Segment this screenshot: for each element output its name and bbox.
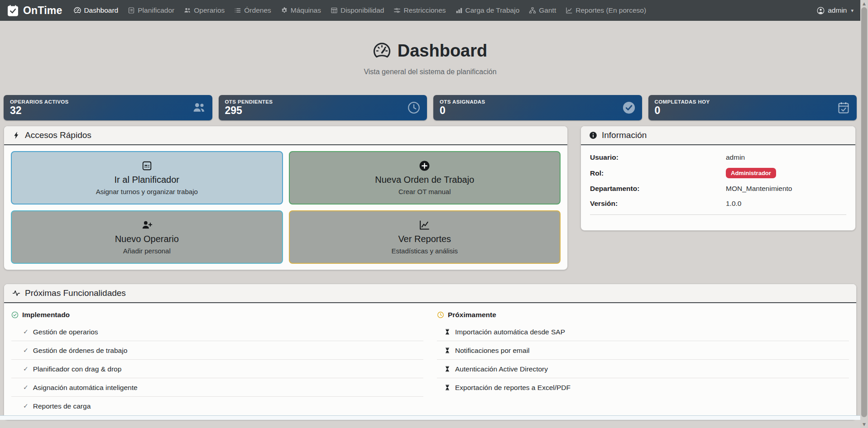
- journal-icon: [128, 7, 135, 14]
- stat-value: 32: [10, 105, 69, 116]
- info-row-label: Usuario:: [590, 153, 726, 162]
- quick-button-subtitle: Estadísticas y análisis: [391, 247, 458, 255]
- page-title-text: Dashboard: [398, 40, 487, 62]
- quick-button-new-order[interactable]: Nueva Orden de TrabajoCrear OT manual: [289, 151, 561, 204]
- info-row-label: Versión:: [590, 200, 726, 208]
- hourglass-icon: [444, 384, 451, 391]
- check-icon: ✓: [23, 364, 29, 374]
- quick-access-header: Accesos Rápidos: [4, 126, 567, 145]
- info-row: Versión:1.0.0: [590, 199, 846, 208]
- nav-item-planificador[interactable]: Planificador: [128, 6, 174, 14]
- quick-access-title: Accesos Rápidos: [25, 130, 91, 140]
- stat-card: OPERARIOS ACTIVOS32: [4, 95, 212, 120]
- implemented-column: Implementado ✓Gestión de operarios✓Gesti…: [11, 309, 423, 415]
- bar-chart-icon: [456, 7, 463, 14]
- upcoming-item: Notificaciones por email: [437, 341, 849, 360]
- nav-item-m-quinas[interactable]: Máquinas: [281, 6, 321, 14]
- nav-item-disponibilidad[interactable]: Disponibilidad: [331, 6, 384, 14]
- implemented-item-label: Asignación automática inteligente: [33, 383, 138, 392]
- info-row-label: Departamento:: [590, 185, 726, 193]
- info-row: Usuario:admin: [590, 153, 846, 162]
- brand-name: OnTime: [23, 5, 62, 17]
- table-icon: [331, 7, 338, 14]
- list-icon: [234, 7, 241, 14]
- implemented-item-label: Reportes de carga: [33, 401, 91, 411]
- caret-down-icon: ▾: [851, 8, 854, 14]
- stat-card: COMPLETADAS HOY0: [648, 95, 857, 120]
- quick-button-subtitle: Asignar turnos y organizar trabajo: [96, 188, 198, 195]
- speedometer-icon: [74, 7, 81, 14]
- implemented-item-label: Gestión de órdenes de trabajo: [33, 346, 128, 355]
- quick-button-title: Nuevo Operario: [115, 233, 179, 245]
- nav-item-label: Disponibilidad: [340, 6, 384, 14]
- upcoming-item-label: Exportación de reportes a Excel/PDF: [455, 383, 571, 392]
- nav-item-label: Restricciones: [403, 6, 446, 14]
- upcoming-title: Próximamente: [448, 309, 496, 320]
- nav-item-carga-de-trabajo[interactable]: Carga de Trabajo: [456, 6, 520, 14]
- stat-card: OTS PENDIENTES295: [219, 95, 427, 120]
- quick-button-subtitle: Crear OT manual: [398, 188, 451, 195]
- upcoming-item: Autenticación Active Directory: [437, 360, 849, 378]
- user-label: admin: [828, 6, 847, 14]
- info-circle-icon: [589, 131, 597, 139]
- nav-item-restricciones[interactable]: Restricciones: [393, 6, 446, 14]
- quick-access-card: Accesos Rápidos Ir al PlanificadorAsigna…: [4, 126, 568, 270]
- clock-icon: [407, 101, 421, 114]
- upcoming-item-label: Importación automática desde SAP: [455, 327, 565, 337]
- implemented-item: ✓Planificador con drag & drop: [11, 360, 423, 378]
- nav-item-label: Máquinas: [291, 6, 321, 14]
- implemented-item: ✓Gestión de operarios: [11, 323, 423, 341]
- upcoming-item-label: Autenticación Active Directory: [455, 364, 548, 374]
- implemented-header: Implementado: [11, 309, 423, 320]
- navbar: OnTime DashboardPlanificadorOperariosÓrd…: [0, 0, 860, 21]
- nav-item--rdenes[interactable]: Órdenes: [234, 6, 271, 14]
- quick-button-title: Nueva Orden de Trabajo: [375, 174, 474, 185]
- hourglass-icon: [444, 366, 451, 372]
- implemented-item-label: Gestión de operarios: [33, 327, 98, 337]
- hourglass-icon: [444, 328, 451, 335]
- info-card: Información Usuario:adminRol:Administrad…: [580, 126, 856, 231]
- info-divider: [590, 214, 846, 215]
- nav-items: DashboardPlanificadorOperariosÓrdenesMáq…: [74, 6, 817, 14]
- info-row: Rol:Administrador: [590, 168, 846, 178]
- nav-item-gantt[interactable]: Gantt: [529, 6, 556, 14]
- nav-item-label: Gantt: [539, 6, 556, 14]
- stat-text: OTS ASIGNADAS0: [440, 99, 485, 116]
- sliders-icon: [393, 7, 401, 14]
- nav-item-operarios[interactable]: Operarios: [184, 6, 225, 14]
- nav-item-label: Dashboard: [84, 6, 118, 14]
- speedometer-icon: [373, 42, 391, 60]
- stat-text: COMPLETADAS HOY0: [655, 99, 710, 116]
- stat-label: OTS PENDIENTES: [225, 99, 273, 105]
- journal-plan-icon: [141, 160, 153, 171]
- scrollbar-down-arrow-icon[interactable]: ▼: [860, 422, 868, 427]
- calendar-check-icon: [837, 101, 850, 114]
- upcoming-item-label: Notificaciones por email: [455, 346, 530, 355]
- user-menu[interactable]: admin ▾: [817, 6, 854, 14]
- nav-item-dashboard[interactable]: Dashboard: [74, 6, 118, 14]
- diagram-icon: [529, 7, 536, 14]
- stat-label: COMPLETADAS HOY: [655, 99, 710, 105]
- nav-item-label: Reportes (En porceso): [575, 6, 646, 14]
- upcoming-header: Próximamente: [437, 309, 849, 320]
- quick-button-planner[interactable]: Ir al PlanificadorAsignar turnos y organ…: [11, 151, 283, 204]
- quick-button-reports[interactable]: Ver ReportesEstadísticas y análisis: [289, 210, 561, 264]
- implemented-item: ✓Reportes de carga: [11, 397, 423, 415]
- scrollbar-thumb[interactable]: [861, 7, 867, 417]
- graph-up-icon: [419, 219, 430, 231]
- role-badge: Administrador: [726, 168, 776, 178]
- vertical-scrollbar[interactable]: ▲ ▼: [860, 0, 868, 428]
- brand[interactable]: OnTime: [7, 5, 62, 17]
- implemented-item-label: Planificador con drag & drop: [33, 364, 122, 374]
- stat-text: OTS PENDIENTES295: [225, 99, 273, 116]
- page-title: Dashboard: [373, 40, 487, 62]
- quick-button-subtitle: Añadir personal: [123, 247, 171, 255]
- scrollbar-up-arrow-icon[interactable]: ▲: [860, 1, 868, 6]
- graph-icon: [566, 7, 573, 14]
- info-row-label: Rol:: [590, 169, 726, 177]
- nav-item-reportes-en-porceso-[interactable]: Reportes (En porceso): [566, 6, 646, 14]
- check-icon: ✓: [23, 383, 29, 392]
- stats-row: OPERARIOS ACTIVOS32OTS PENDIENTES295OTS …: [0, 95, 860, 120]
- quick-button-new-worker[interactable]: Nuevo OperarioAñadir personal: [11, 210, 283, 264]
- implemented-item: ✓Gestión de órdenes de trabajo: [11, 341, 423, 360]
